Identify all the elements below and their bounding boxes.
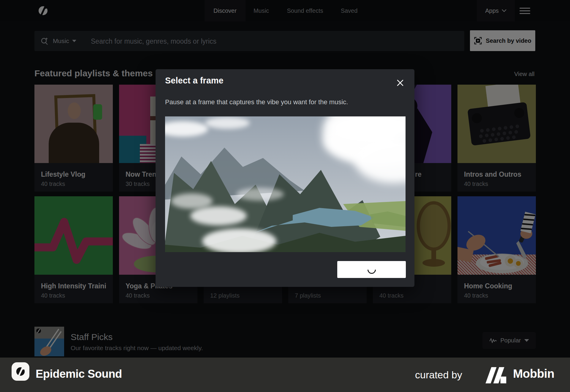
modal-title: Select a frame [165, 76, 224, 86]
video-frame-preview[interactable] [165, 116, 406, 252]
select-frame-modal: Select a frame Pause at a frame that cap… [156, 69, 414, 287]
select-frame-submit-button[interactable] [337, 261, 406, 278]
close-icon[interactable] [395, 78, 406, 88]
curated-by-label: curated by [415, 369, 462, 381]
loading-spinner-icon [366, 264, 378, 276]
footer-brand-name: Epidemic Sound [36, 368, 122, 380]
epidemic-sound-footer-logo [12, 362, 29, 381]
epidemic-sound-app: Discover Music Sound effects Saved Apps [0, 0, 570, 392]
watermark-footer: Epidemic Sound curated by Mobbin [0, 358, 570, 392]
curator-name: Mobbin [513, 367, 554, 380]
mobbin-logo-icon [483, 366, 509, 384]
modal-subtitle: Pause at a frame that captures the vibe … [165, 98, 348, 106]
